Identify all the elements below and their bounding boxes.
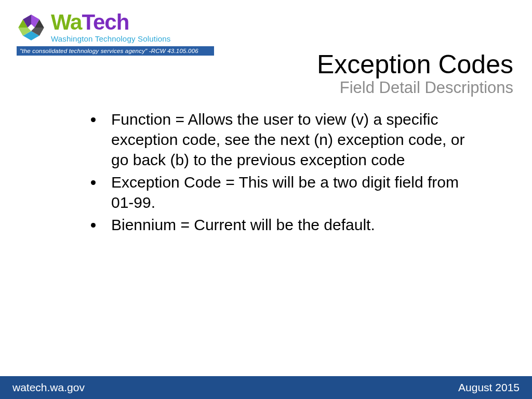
footer-url: watech.wa.gov (12, 381, 85, 394)
slide-subtitle: Field Detail Descriptions (317, 78, 513, 97)
brand-text: WaTech Washington Technology Solutions (51, 11, 171, 43)
body-content: Function = Allows the user to view (v) a… (88, 109, 473, 237)
footer-date: August 2015 (458, 381, 520, 394)
slide: WaTech Washington Technology Solutions "… (0, 0, 532, 399)
title-block: Exception Codes Field Detail Description… (317, 49, 513, 97)
tagline-bar: "the consolidated technology services ag… (17, 46, 214, 56)
bullet-list: Function = Allows the user to view (v) a… (88, 109, 473, 235)
brand-wa: Wa (51, 10, 82, 34)
logo-block: WaTech Washington Technology Solutions "… (17, 11, 214, 56)
brand-name: WaTech (51, 11, 171, 33)
list-item: Function = Allows the user to view (v) a… (104, 109, 473, 170)
brand-tech: Tech (82, 10, 129, 34)
footer-bar: watech.wa.gov August 2015 (0, 376, 532, 399)
logo-row: WaTech Washington Technology Solutions (17, 11, 214, 43)
slide-title: Exception Codes (317, 49, 513, 79)
hexagon-logo-icon (17, 13, 46, 42)
list-item: Exception Code = This will be a two digi… (104, 172, 473, 212)
brand-subtitle: Washington Technology Solutions (51, 34, 171, 43)
list-item: Biennium = Current will be the default. (104, 215, 473, 235)
